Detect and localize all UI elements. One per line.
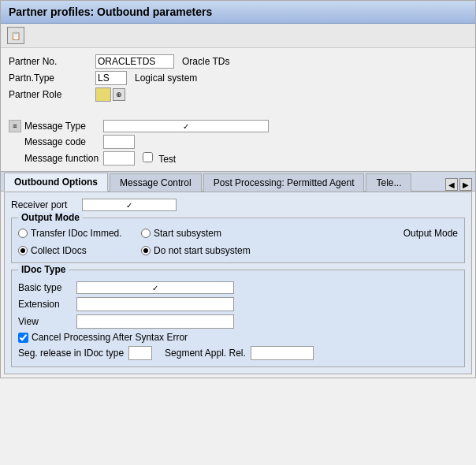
receiver-port-row: Receiver port xyxy=(11,199,465,211)
message-function-label: Message function xyxy=(24,153,103,164)
partner-role-btn[interactable]: ⊕ xyxy=(113,88,125,101)
tab-tele[interactable]: Tele... xyxy=(366,173,411,192)
view-label: View xyxy=(18,316,73,327)
partner-no-label: Partner No. xyxy=(9,56,95,67)
page-title: Partner profiles: Outbound parameters xyxy=(9,6,212,18)
title-bar: Partner profiles: Outbound parameters xyxy=(1,1,475,24)
tab-nav: ◀ ▶ xyxy=(445,178,472,191)
clipboard-icon: 📋 xyxy=(11,32,20,40)
tabs-bar: Outbound Options Message Control Post Pr… xyxy=(1,171,475,192)
seg-appl-label: Segment Appl. Rel. xyxy=(165,348,246,359)
do-not-start-option: Do not start subsystem xyxy=(141,245,259,256)
partner-no-note: Oracle TDs xyxy=(182,56,229,67)
message-code-input[interactable] xyxy=(103,135,135,149)
collect-idocs-radio[interactable] xyxy=(18,246,28,255)
message-function-row: Message function Test xyxy=(9,151,467,166)
toolbar-clipboard-btn[interactable]: 📋 xyxy=(7,27,24,44)
message-type-checkbox[interactable] xyxy=(103,120,269,132)
extension-input[interactable] xyxy=(76,297,234,311)
receiver-port-label: Receiver port xyxy=(11,199,82,210)
output-mode-row1: Transfer IDoc Immed. Start subsystem Out… xyxy=(18,228,458,239)
idoc-type-title: IDoc Type xyxy=(18,264,69,275)
do-not-start-label: Do not start subsystem xyxy=(154,245,251,256)
tab-nav-prev[interactable]: ◀ xyxy=(445,178,458,191)
message-function-input[interactable] xyxy=(103,151,135,166)
output-mode-right-label: Output Mode xyxy=(403,228,458,239)
start-subsystem-label: Start subsystem xyxy=(154,228,221,239)
view-row: View xyxy=(18,314,458,329)
message-code-row: Message code xyxy=(9,135,467,149)
seg-release-row: Seg. release in IDoc type Segment Appl. … xyxy=(18,346,458,360)
idoc-type-section: IDoc Type Basic type Extension View Canc… xyxy=(11,270,465,367)
cancel-checkbox[interactable] xyxy=(18,333,28,343)
extension-row: Extension xyxy=(18,297,458,311)
seg-release-input[interactable] xyxy=(128,346,152,360)
basic-type-label: Basic type xyxy=(18,282,73,293)
toolbar: 📋 xyxy=(1,24,475,48)
do-not-start-radio[interactable] xyxy=(141,246,151,255)
partner-role-input[interactable] xyxy=(95,87,111,102)
message-section: ≡ Message Type Message code Message func… xyxy=(1,117,475,171)
transfer-idoc-option: Transfer IDoc Immed. xyxy=(18,228,136,239)
partner-info-section: Partner No. Oracle TDs Partn.Type Logica… xyxy=(1,48,475,110)
message-type-row: ≡ Message Type xyxy=(9,120,467,132)
message-type-icon: ≡ xyxy=(9,120,21,132)
partn-type-row: Partn.Type Logical system xyxy=(9,71,467,85)
test-label: Test xyxy=(158,154,176,165)
partner-role-row: Partner Role ⊕ xyxy=(9,87,467,102)
partner-role-label: Partner Role xyxy=(9,89,95,100)
start-subsystem-option: Start subsystem xyxy=(141,228,259,239)
output-mode-section: Output Mode Transfer IDoc Immed. Start s… xyxy=(11,218,465,263)
page-container: Partner profiles: Outbound parameters 📋 … xyxy=(0,0,476,378)
message-type-label: Message Type xyxy=(24,121,103,132)
tab-message-control[interactable]: Message Control xyxy=(110,173,202,192)
partner-no-row: Partner No. Oracle TDs xyxy=(9,54,467,69)
partn-type-note: Logical system xyxy=(135,73,197,84)
seg-release-label: Seg. release in IDoc type xyxy=(18,348,124,359)
tab-outbound-options[interactable]: Outbound Options xyxy=(4,173,108,192)
basic-type-input[interactable] xyxy=(76,281,234,294)
tab-post-processing[interactable]: Post Processing: Permitted Agent xyxy=(203,173,365,192)
test-checkbox[interactable] xyxy=(143,152,153,162)
partn-type-input[interactable] xyxy=(95,71,127,85)
cancel-label: Cancel Processing After Syntax Error xyxy=(32,332,188,343)
collect-idocs-option: Collect IDocs xyxy=(18,245,136,256)
tab-nav-next[interactable]: ▶ xyxy=(459,178,472,191)
collect-idocs-label: Collect IDocs xyxy=(31,245,87,256)
partn-type-label: Partn.Type xyxy=(9,73,95,84)
transfer-idoc-label: Transfer IDoc Immed. xyxy=(31,228,122,239)
seg-appl-input[interactable] xyxy=(251,346,314,360)
transfer-idoc-radio[interactable] xyxy=(18,229,28,238)
partner-no-input[interactable] xyxy=(95,54,174,69)
outbound-options-content: Receiver port Output Mode Transfer IDoc … xyxy=(4,192,472,374)
view-input[interactable] xyxy=(76,314,234,329)
output-mode-title: Output Mode xyxy=(18,212,83,223)
receiver-port-input[interactable] xyxy=(82,199,177,211)
output-mode-row2: Collect IDocs Do not start subsystem xyxy=(18,245,458,256)
message-code-label: Message code xyxy=(24,136,103,147)
cancel-row: Cancel Processing After Syntax Error xyxy=(18,332,458,343)
basic-type-row: Basic type xyxy=(18,281,458,294)
extension-label: Extension xyxy=(18,299,73,310)
start-subsystem-radio[interactable] xyxy=(141,229,151,238)
